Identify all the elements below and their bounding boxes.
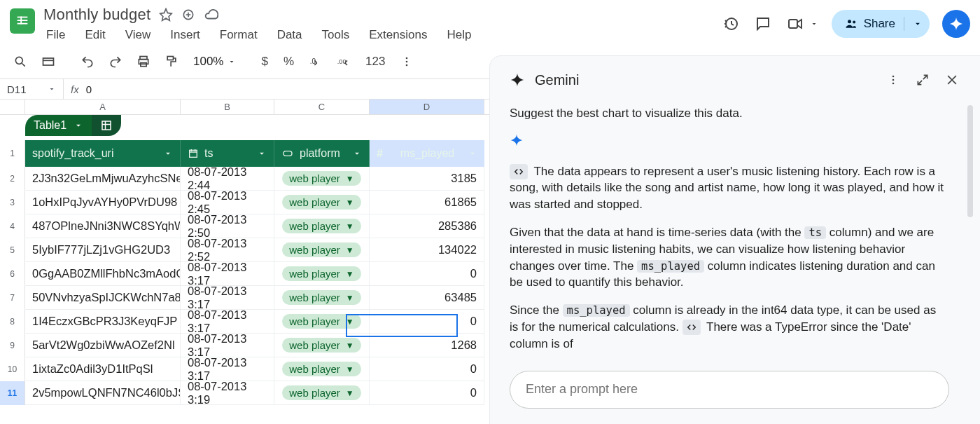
meet-dropdown-icon[interactable] <box>809 14 819 34</box>
cell-ts[interactable]: 08-07-2013 3:17 <box>181 262 274 285</box>
redo-icon[interactable] <box>104 50 127 74</box>
row-header[interactable]: 1 <box>0 140 25 167</box>
menu-tools[interactable]: Tools <box>319 27 353 43</box>
name-box[interactable]: D11 <box>0 83 63 95</box>
menu-format[interactable]: Format <box>217 27 260 43</box>
cell-ts[interactable]: 08-07-2013 3:17 <box>181 334 274 357</box>
menu-file[interactable]: File <box>43 27 68 43</box>
cell-ms-played[interactable]: 0 <box>370 310 484 333</box>
cloud-status-icon[interactable] <box>204 7 219 22</box>
row-header[interactable]: 3 <box>0 191 25 214</box>
cell-platform[interactable]: web player ▼ <box>274 334 370 357</box>
search-icon[interactable] <box>8 50 32 74</box>
cell-ts[interactable]: 08-07-2013 3:17 <box>181 286 274 309</box>
row-header[interactable]: 10 <box>0 357 25 381</box>
col-header-B[interactable]: B <box>181 100 274 114</box>
percent-button[interactable]: % <box>278 50 300 74</box>
print-icon[interactable] <box>132 50 155 74</box>
increase-decimal-icon[interactable]: .00 <box>332 50 356 74</box>
cell-platform[interactable]: web player ▼ <box>274 262 370 285</box>
col-header-A[interactable]: A <box>25 100 181 114</box>
menu-edit[interactable]: Edit <box>82 27 108 43</box>
gemini-dock-icon[interactable] <box>913 70 932 90</box>
cell-ms-played[interactable]: 63485 <box>370 286 484 309</box>
cell-platform[interactable]: web player ▼ <box>274 357 370 381</box>
cell-platform[interactable]: web player ▼ <box>274 191 370 214</box>
row-header[interactable]: 7 <box>0 286 25 310</box>
meet-icon[interactable] <box>785 14 805 34</box>
th-platform[interactable]: platform <box>274 140 370 167</box>
cell-uri[interactable]: 0GgAAB0ZMllFhbNc3mAodO <box>25 262 181 285</box>
table-row[interactable]: 5IybIF777jLZj1vGHG2UD308-07-2013 2:52web… <box>25 238 484 262</box>
move-icon[interactable] <box>181 8 195 22</box>
currency-button[interactable]: $ <box>255 50 273 74</box>
close-icon[interactable] <box>942 70 962 90</box>
menu-data[interactable]: Data <box>274 27 305 43</box>
history-icon[interactable] <box>721 14 741 34</box>
row-header[interactable]: 2 <box>0 167 25 191</box>
share-button[interactable]: Share <box>832 10 930 38</box>
table-row[interactable]: 2J3n32GeLmMjwuAzyhcSNe08-07-2013 2:44web… <box>25 167 484 191</box>
table-chip[interactable]: Table1 <box>25 115 121 136</box>
table-row[interactable]: 5arVt2Wg0zbiWwAOZef2Nl08-07-2013 3:17web… <box>25 334 484 357</box>
cell-ms-played[interactable]: 1268 <box>370 334 484 357</box>
table-row[interactable]: 1ixtaZc0Adil3yD1ItPqSl08-07-2013 3:17web… <box>25 357 484 381</box>
menu-extensions[interactable]: Extensions <box>366 27 430 43</box>
fullwidth-icon[interactable] <box>36 50 60 74</box>
gemini-prompt-input[interactable] <box>510 371 949 409</box>
cell-uri[interactable]: 2v5mpowLQNFN7NC46l0bJS <box>25 381 181 404</box>
gemini-prompt-field[interactable] <box>526 382 933 397</box>
cell-ms-played[interactable]: 0 <box>370 381 484 404</box>
cell-ms-played[interactable]: 61865 <box>370 191 484 214</box>
share-dropdown-icon[interactable] <box>913 19 923 29</box>
table-row[interactable]: 1oHxIPqJyvAYHy0PVrDU9808-07-2013 2:45web… <box>25 191 484 214</box>
decrease-decimal-icon[interactable]: .0 <box>304 50 328 74</box>
col-header-C[interactable]: C <box>274 100 370 114</box>
table-expand-icon[interactable] <box>92 115 121 136</box>
th-ms-played[interactable]: # ms_played <box>370 140 484 167</box>
star-icon[interactable] <box>159 8 173 22</box>
cell-uri[interactable]: 1I4EczxGBcPR3J3KeyqFJP <box>25 310 181 333</box>
cell-platform[interactable]: web player ▼ <box>274 286 370 309</box>
paint-format-icon[interactable] <box>160 50 183 74</box>
cell-ms-played[interactable]: 0 <box>370 262 484 285</box>
row-header[interactable]: 4 <box>0 214 25 238</box>
cell-platform[interactable]: web player ▼ <box>274 238 370 261</box>
cell-ts[interactable]: 08-07-2013 3:19 <box>181 381 274 404</box>
code-source-icon[interactable] <box>510 164 528 179</box>
cell-uri[interactable]: 5arVt2Wg0zbiWwAOZef2Nl <box>25 334 181 357</box>
gemini-button[interactable] <box>942 10 970 38</box>
cell-ts[interactable]: 08-07-2013 3:17 <box>181 357 274 381</box>
th-spotify-track-uri[interactable]: spotify_track_uri <box>25 140 181 167</box>
row-header[interactable]: 8 <box>0 310 25 334</box>
cell-platform[interactable]: web player ▼ <box>274 381 370 404</box>
cell-uri[interactable]: 50VNvhzyaSpIJCKWchN7a8 <box>25 286 181 309</box>
sheets-logo[interactable] <box>10 8 35 34</box>
table-row[interactable]: 487OPlneJNni3NWC8SYqhW08-07-2013 2:50web… <box>25 214 484 238</box>
cell-platform[interactable]: web player ▼ <box>274 214 370 238</box>
cell-platform[interactable]: web player ▼ <box>274 310 370 333</box>
cell-ts[interactable]: 08-07-2013 2:44 <box>181 167 274 190</box>
cell-uri[interactable]: 5IybIF777jLZj1vGHG2UD3 <box>25 238 181 261</box>
cell-uri[interactable]: 487OPlneJNni3NWC8SYqhW <box>25 214 181 238</box>
cell-ts[interactable]: 08-07-2013 3:17 <box>181 310 274 333</box>
gemini-more-icon[interactable] <box>883 70 903 90</box>
formula-input[interactable]: 0 <box>86 83 92 95</box>
comment-icon[interactable] <box>753 14 773 34</box>
cell-ms-played[interactable]: 0 <box>370 357 484 381</box>
menu-insert[interactable]: Insert <box>167 27 203 43</box>
cell-ms-played[interactable]: 285386 <box>370 214 484 238</box>
table-row[interactable]: 50VNvhzyaSpIJCKWchN7a808-07-2013 3:17web… <box>25 286 484 310</box>
menu-help[interactable]: Help <box>444 27 474 43</box>
row-header[interactable]: 9 <box>0 334 25 357</box>
document-title[interactable]: Monthly budget <box>43 6 150 24</box>
cell-uri[interactable]: 1oHxIPqJyvAYHy0PVrDU98 <box>25 191 181 214</box>
scrollbar[interactable] <box>967 105 973 217</box>
code-source-icon[interactable] <box>682 320 701 335</box>
formula-more-icon[interactable] <box>395 50 419 74</box>
cell-ts[interactable]: 08-07-2013 2:52 <box>181 238 274 261</box>
cell-ts[interactable]: 08-07-2013 2:50 <box>181 214 274 238</box>
zoom-select[interactable]: 100% <box>188 55 241 69</box>
menu-view[interactable]: View <box>122 27 154 43</box>
table-row[interactable]: 0GgAAB0ZMllFhbNc3mAodO08-07-2013 3:17web… <box>25 262 484 286</box>
